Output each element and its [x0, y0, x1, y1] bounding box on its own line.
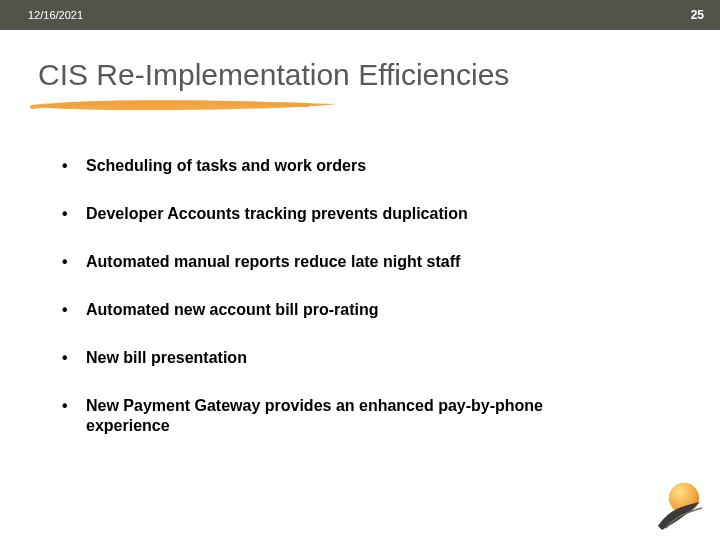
header-page-number: 25 [691, 8, 704, 22]
bullet-list: Scheduling of tasks and work orders Deve… [58, 156, 618, 436]
corner-logo-icon [640, 478, 712, 534]
slide-title: CIS Re-Implementation Efficiencies [38, 58, 720, 92]
bullet-item: Automated manual reports reduce late nig… [58, 252, 618, 272]
bullet-item: New Payment Gateway provides an enhanced… [58, 396, 618, 436]
bullet-item: Developer Accounts tracking prevents dup… [58, 204, 618, 224]
bullet-item: New bill presentation [58, 348, 618, 368]
title-underline-accent [28, 96, 358, 114]
slide-header: 12/16/2021 25 [0, 0, 720, 30]
header-date: 12/16/2021 [28, 9, 83, 21]
bullet-item: Scheduling of tasks and work orders [58, 156, 618, 176]
bullet-item: Automated new account bill pro-rating [58, 300, 618, 320]
